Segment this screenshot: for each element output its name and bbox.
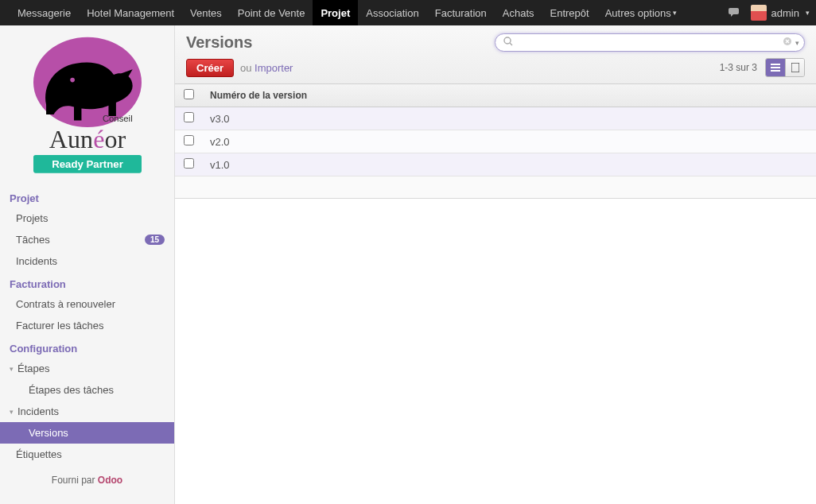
svg-rect-11 bbox=[771, 70, 780, 72]
sidebar-item-facturer-taches[interactable]: Facturer les tâches bbox=[0, 315, 174, 336]
powered-by: Fourni par Odoo bbox=[0, 465, 174, 489]
import-link[interactable]: Importer bbox=[255, 62, 293, 74]
or-text: ou bbox=[240, 62, 255, 74]
user-menu[interactable]: admin ▾ bbox=[751, 5, 810, 21]
svg-text:Ready Partner: Ready Partner bbox=[52, 158, 123, 170]
versions-table: Numéro de la version v3.0v2.0v1.0 bbox=[175, 84, 816, 176]
triangle-down-icon: ▾ bbox=[10, 408, 14, 416]
nav-association[interactable]: Association bbox=[358, 0, 426, 25]
sidebar-item-label: Incidents bbox=[17, 405, 59, 417]
nav-right: admin ▾ bbox=[729, 0, 810, 25]
row-checkbox-cell bbox=[175, 107, 202, 130]
nav-point-de-vente[interactable]: Point de Vente bbox=[230, 0, 313, 25]
select-all-checkbox[interactable] bbox=[184, 89, 194, 99]
view-switcher bbox=[765, 58, 805, 77]
sidebar-sub-versions[interactable]: Versions bbox=[0, 422, 174, 444]
chevron-down-icon: ▾ bbox=[806, 9, 810, 17]
create-button[interactable]: Créer bbox=[186, 59, 234, 77]
chevron-down-icon: ▾ bbox=[673, 9, 677, 17]
nav-autres-label: Autres options bbox=[605, 7, 671, 19]
view-list-button[interactable] bbox=[766, 59, 785, 76]
sidebar-item-label: Projets bbox=[16, 212, 48, 224]
sidebar-item-label: Étiquettes bbox=[16, 448, 62, 460]
sidebar-item-taches[interactable]: Tâches 15 bbox=[0, 229, 174, 250]
view-form-button[interactable] bbox=[785, 59, 804, 76]
table-row[interactable]: v2.0 bbox=[175, 130, 816, 153]
sidebar-expand-incidents[interactable]: ▾ Incidents bbox=[0, 401, 174, 422]
nav-entrepot[interactable]: Entrepôt bbox=[542, 0, 597, 25]
nav-facturation[interactable]: Facturation bbox=[427, 0, 495, 25]
row-checkbox[interactable] bbox=[184, 158, 194, 169]
top-navbar: Messagerie Hotel Management Ventes Point… bbox=[0, 0, 816, 25]
sidebar: Conseil Aunéor Ready Partner Projet Proj… bbox=[0, 25, 175, 504]
sidebar-section-facturation: Facturation bbox=[0, 272, 174, 293]
svg-text:Aunéor: Aunéor bbox=[49, 125, 126, 153]
sidebar-item-etiquettes[interactable]: Étiquettes bbox=[0, 444, 174, 465]
sidebar-item-label: Contrats à renouveler bbox=[16, 298, 115, 310]
search-icon bbox=[503, 37, 513, 48]
row-checkbox[interactable] bbox=[184, 112, 194, 122]
nav-achats[interactable]: Achats bbox=[495, 0, 542, 25]
row-version-name: v1.0 bbox=[202, 153, 816, 176]
svg-point-1 bbox=[70, 78, 75, 83]
search-box[interactable]: ▾ bbox=[495, 33, 805, 52]
nav-ventes[interactable]: Ventes bbox=[182, 0, 230, 25]
svg-rect-12 bbox=[791, 63, 799, 72]
row-checkbox[interactable] bbox=[184, 135, 194, 145]
table-footer-spacer bbox=[175, 176, 816, 199]
nav-hotel-management[interactable]: Hotel Management bbox=[79, 0, 182, 25]
sidebar-expand-etapes[interactable]: ▾ Étapes bbox=[0, 358, 174, 379]
badge-taches: 15 bbox=[145, 235, 165, 245]
avatar bbox=[751, 5, 767, 21]
sidebar-item-label: Incidents bbox=[16, 255, 57, 267]
sidebar-item-label: Facturer les tâches bbox=[16, 320, 104, 331]
sidebar-section-projet: Projet bbox=[0, 186, 174, 207]
select-all-header bbox=[175, 84, 202, 107]
nav-items: Messagerie Hotel Management Ventes Point… bbox=[10, 0, 729, 25]
clear-icon[interactable] bbox=[783, 37, 792, 48]
table-row[interactable]: v3.0 bbox=[175, 107, 816, 130]
triangle-down-icon: ▾ bbox=[10, 365, 14, 373]
sidebar-item-label: Étapes bbox=[17, 362, 49, 374]
row-checkbox-cell bbox=[175, 130, 202, 153]
nav-autres-options[interactable]: Autres options ▾ bbox=[597, 0, 685, 25]
chevron-down-icon[interactable]: ▾ bbox=[795, 39, 799, 47]
row-version-name: v3.0 bbox=[202, 107, 816, 130]
user-name: admin bbox=[771, 7, 799, 19]
table-row[interactable]: v1.0 bbox=[175, 153, 816, 176]
svg-text:Conseil: Conseil bbox=[102, 114, 132, 123]
sidebar-item-contrats[interactable]: Contrats à renouveler bbox=[0, 293, 174, 315]
svg-line-7 bbox=[510, 43, 512, 45]
row-version-name: v2.0 bbox=[202, 130, 816, 153]
column-header-version[interactable]: Numéro de la version bbox=[202, 84, 816, 107]
pager[interactable]: 1-3 sur 3 bbox=[720, 62, 757, 73]
nav-messagerie[interactable]: Messagerie bbox=[10, 0, 79, 25]
sidebar-sub-etapes-taches[interactable]: Étapes des tâches bbox=[0, 379, 174, 401]
nav-projet[interactable]: Projet bbox=[313, 0, 358, 25]
svg-rect-9 bbox=[771, 64, 780, 65]
main-content: Versions ▾ Créer ou Importer bbox=[175, 25, 816, 504]
sidebar-item-label: Tâches bbox=[16, 234, 50, 246]
powered-brand[interactable]: Odoo bbox=[98, 475, 122, 486]
main-header: Versions ▾ Créer ou Importer bbox=[175, 25, 816, 84]
page-title: Versions bbox=[186, 33, 252, 52]
sidebar-section-configuration: Configuration bbox=[0, 336, 174, 358]
powered-prefix: Fourni par bbox=[52, 475, 98, 486]
search-input[interactable] bbox=[518, 37, 783, 48]
svg-rect-10 bbox=[771, 67, 780, 68]
sidebar-item-projets[interactable]: Projets bbox=[0, 207, 174, 229]
sidebar-item-incidents[interactable]: Incidents bbox=[0, 250, 174, 272]
svg-point-6 bbox=[504, 37, 511, 44]
row-checkbox-cell bbox=[175, 153, 202, 176]
logo: Conseil Aunéor Ready Partner bbox=[0, 25, 174, 186]
chat-icon[interactable] bbox=[729, 6, 741, 20]
or-import: ou Importer bbox=[240, 62, 293, 74]
